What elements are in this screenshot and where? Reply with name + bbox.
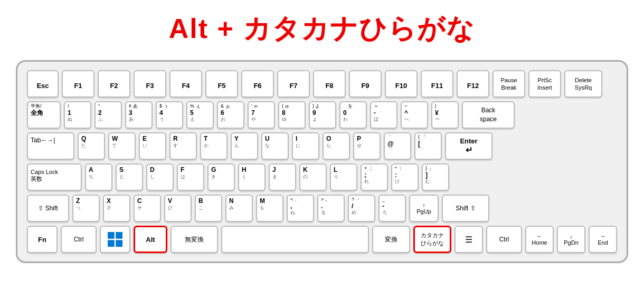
key-5[interactable]: % ぇ 5 え xyxy=(186,101,214,129)
zxcv-row: ⇧ Shift Zっ Xさ Cそ Vひ Bこ Nみ Mも < 、,ね > 。.る… xyxy=(27,195,617,222)
key-windows[interactable] xyxy=(100,226,130,253)
key-close-bracket[interactable]: } 」]む xyxy=(422,163,449,191)
key-3[interactable]: # あ 3 あ xyxy=(125,101,153,129)
key-ctrl-right[interactable]: Ctrl xyxy=(486,226,522,253)
key-f8[interactable]: F8 xyxy=(313,70,346,98)
key-f1[interactable]: F1 xyxy=(62,70,94,98)
key-period[interactable]: > 。.る xyxy=(317,195,345,222)
key-o[interactable]: Oら xyxy=(323,132,350,160)
key-b[interactable]: Bこ xyxy=(195,195,222,222)
key-end[interactable]: →End xyxy=(589,226,617,253)
key-shift-right[interactable]: Shift ⇧ xyxy=(442,195,489,222)
key-f9[interactable]: F9 xyxy=(349,70,382,98)
key-f5[interactable]: F5 xyxy=(205,70,238,98)
key-f3[interactable]: F3 xyxy=(134,70,166,98)
key-e[interactable]: Eい xyxy=(139,132,166,160)
key-capslock[interactable]: Caps Lock英数 xyxy=(27,163,82,191)
key-minus[interactable]: ＝ - ほ xyxy=(370,101,397,129)
key-c[interactable]: Cそ xyxy=(134,195,161,222)
key-colon[interactable]: * ：:け xyxy=(391,163,419,191)
key-8[interactable]: ( ゅ 8 ゆ xyxy=(278,101,306,129)
key-s[interactable]: Sと xyxy=(116,163,143,191)
key-semicolon[interactable]: + ；;れ xyxy=(361,163,388,191)
page-title: Alt + カタカナひらがな xyxy=(169,11,476,47)
key-f[interactable]: Fは xyxy=(177,163,204,191)
key-space[interactable] xyxy=(221,226,369,253)
key-ctrl-left[interactable]: Ctrl xyxy=(61,226,97,253)
svg-rect-2 xyxy=(108,240,115,247)
key-henkan[interactable]: 変換 xyxy=(372,226,410,253)
key-f10[interactable]: F10 xyxy=(385,70,418,98)
key-muhenkan[interactable]: 無変換 xyxy=(171,226,218,253)
key-open-bracket[interactable]: { 「[゜ xyxy=(414,132,442,160)
key-alt-left[interactable]: Alt xyxy=(134,226,167,253)
key-m[interactable]: Mも xyxy=(256,195,283,222)
svg-rect-0 xyxy=(108,232,115,239)
key-v[interactable]: Vひ xyxy=(164,195,192,222)
key-6[interactable]: & ぉ 6 お xyxy=(217,101,244,129)
key-u[interactable]: Uな xyxy=(261,132,289,160)
key-fn[interactable]: Fn xyxy=(27,226,58,253)
key-z[interactable]: Zっ xyxy=(72,195,100,222)
key-4[interactable]: $ ぅ 4 う xyxy=(156,101,183,129)
key-hankaku[interactable]: 半角/ 全角 xyxy=(27,101,61,129)
key-menu[interactable]: ☰ xyxy=(454,226,483,253)
key-g[interactable]: Gき xyxy=(207,163,235,191)
key-t[interactable]: Tか xyxy=(200,132,228,160)
qwerty-row: Tab←→| Qた Wて Eい Rす Tか Yん Uな Iに Oら Pせ ｀@゛… xyxy=(27,132,617,160)
key-f7[interactable]: F7 xyxy=(277,70,310,98)
key-d[interactable]: Dし xyxy=(146,163,174,191)
key-f6[interactable]: F6 xyxy=(241,70,274,98)
key-f4[interactable]: F4 xyxy=(169,70,202,98)
number-row: 半角/ 全角 ! 1 ぬ " 2 ふ # あ 3 あ $ ぅ 4 う % ぇ 5… xyxy=(27,101,617,129)
key-pgdn[interactable]: ↓PgDn xyxy=(557,226,585,253)
key-h[interactable]: Hく xyxy=(238,163,266,191)
key-delete[interactable]: DeleteSysRq xyxy=(564,70,602,98)
key-tab[interactable]: Tab←→| xyxy=(27,132,74,160)
key-f11[interactable]: F11 xyxy=(421,70,453,98)
key-r[interactable]: Rす xyxy=(169,132,197,160)
key-w[interactable]: Wて xyxy=(108,132,136,160)
key-p[interactable]: Pせ xyxy=(353,132,381,160)
key-f2[interactable]: F2 xyxy=(98,70,130,98)
key-yen[interactable]: | ¥ ー xyxy=(431,101,459,129)
key-enter[interactable]: Enter↵ xyxy=(445,132,493,160)
key-k[interactable]: Kの xyxy=(299,163,327,191)
key-slash[interactable]: ? ・/め xyxy=(348,195,375,222)
key-comma[interactable]: < 、,ね xyxy=(287,195,314,222)
key-y[interactable]: Yん xyxy=(231,132,258,160)
key-kana[interactable]: カタカナひらがな xyxy=(413,226,451,253)
key-1[interactable]: ! 1 ぬ xyxy=(64,101,91,129)
key-home[interactable]: ←Home xyxy=(525,226,554,253)
key-pgup[interactable]: ↑PgUp xyxy=(409,195,439,222)
key-shift-left[interactable]: ⇧ Shift xyxy=(27,195,69,222)
key-f12[interactable]: F12 xyxy=(457,70,489,98)
key-esc[interactable]: Esc xyxy=(27,70,59,98)
key-pause[interactable]: PauseBreak xyxy=(493,70,525,98)
key-underscore[interactable]: _-ろ xyxy=(378,195,406,222)
key-backspace[interactable]: Backspace xyxy=(462,101,515,129)
key-at[interactable]: ｀@゛ xyxy=(384,132,411,160)
key-a[interactable]: Aち xyxy=(85,163,112,191)
key-prtsc[interactable]: PrtScInsert xyxy=(528,70,561,98)
key-q[interactable]: Qた xyxy=(78,132,105,160)
key-l[interactable]: Lり xyxy=(330,163,357,191)
key-9[interactable]: ) よ 9 よ xyxy=(309,101,336,129)
key-0[interactable]: を 0 わ xyxy=(339,101,367,129)
key-n[interactable]: Nみ xyxy=(225,195,253,222)
bottom-row: Fn Ctrl Alt 無変換 変換 カタカナひらがな ☰ Ctrl ←Home… xyxy=(27,226,617,253)
key-caret[interactable]: ~ ^ へ xyxy=(401,101,428,129)
svg-rect-3 xyxy=(116,240,122,247)
key-7[interactable]: ' ゃ 7 や xyxy=(248,101,275,129)
key-2[interactable]: " 2 ふ xyxy=(94,101,122,129)
key-i[interactable]: Iに xyxy=(292,132,319,160)
svg-rect-1 xyxy=(116,232,122,239)
function-row: Esc F1 F2 F3 F4 F5 F6 F7 F8 F9 F10 F11 F… xyxy=(27,70,617,98)
key-j[interactable]: Jま xyxy=(269,163,296,191)
key-x[interactable]: Xさ xyxy=(103,195,130,222)
asdf-row: Caps Lock英数 Aち Sと Dし Fは Gき Hく Jま Kの Lり +… xyxy=(27,163,617,191)
keyboard: Esc F1 F2 F3 F4 F5 F6 F7 F8 F9 F10 F11 F… xyxy=(16,60,628,263)
